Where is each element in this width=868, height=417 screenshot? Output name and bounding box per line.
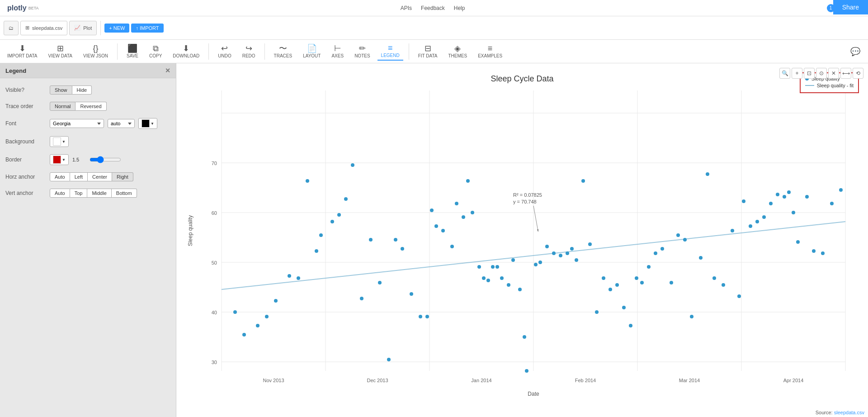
- svg-point-55: [455, 202, 458, 205]
- layout-label: LAYOUT: [303, 53, 321, 58]
- copy-icon: ⧉: [153, 44, 159, 52]
- nav-links: APIs Feedback Help: [401, 5, 465, 11]
- lasso-select-button[interactable]: ⊙: [816, 68, 827, 79]
- reset-button[interactable]: ⟲: [853, 68, 863, 79]
- copy-btn[interactable]: ⧉ COPY: [146, 43, 165, 60]
- font-size-select[interactable]: auto 10 12 14: [108, 119, 135, 128]
- reversed-button[interactable]: Reversed: [75, 102, 106, 111]
- chart-icon: 📈: [74, 25, 80, 31]
- share-button[interactable]: Share: [833, 0, 868, 14]
- svg-point-96: [706, 172, 709, 176]
- toolbar-separator: [100, 21, 101, 35]
- svg-point-43: [369, 238, 373, 242]
- import-data-btn[interactable]: ⬇ IMPORT DATA: [4, 43, 41, 60]
- source-link-anchor[interactable]: sleepdata.csv: [834, 410, 864, 415]
- trace-order-btn-group: Normal Reversed: [50, 102, 107, 111]
- horz-auto-button[interactable]: Auto: [50, 172, 70, 181]
- panel-title: Legend: [5, 67, 26, 74]
- legend-item-fit: Sleep quality - fit: [805, 83, 854, 88]
- background-color-btn[interactable]: ▼: [50, 136, 69, 147]
- view-data-btn[interactable]: ⊞ VIEW DATA: [45, 43, 76, 60]
- horz-right-button[interactable]: Right: [112, 172, 133, 181]
- vert-bottom-button[interactable]: Bottom: [112, 189, 137, 198]
- svg-point-40: [344, 197, 348, 201]
- axes-btn[interactable]: ⊢ AXES: [328, 43, 347, 60]
- vert-top-button[interactable]: Top: [70, 189, 88, 198]
- themes-icon: ◈: [454, 44, 461, 52]
- redo-btn[interactable]: ↪ REDO: [239, 43, 259, 60]
- svg-point-84: [622, 306, 626, 309]
- svg-point-110: [796, 240, 800, 244]
- svg-point-90: [660, 247, 664, 251]
- font-family-select[interactable]: Georgia Arial Times New Roman: [50, 119, 104, 128]
- vert-middle-button[interactable]: Middle: [87, 189, 111, 198]
- hide-button[interactable]: Hide: [72, 85, 92, 95]
- svg-point-46: [394, 238, 397, 242]
- legend-btn[interactable]: ≡ LEGEND: [377, 42, 403, 61]
- svg-point-59: [477, 265, 481, 269]
- nav-feedback[interactable]: Feedback: [421, 5, 445, 11]
- source-text: Source:: [816, 410, 834, 415]
- download-btn[interactable]: ⬇ DOWNLOAD: [169, 43, 203, 60]
- undo-btn[interactable]: ↩ UNDO: [214, 43, 235, 60]
- chat-icon: 💬: [850, 47, 860, 56]
- file-tab[interactable]: ⊞ sleepdata.csv: [20, 21, 67, 35]
- svg-point-85: [629, 324, 632, 327]
- new-button[interactable]: + NEW: [104, 24, 129, 33]
- svg-point-67: [518, 288, 522, 291]
- svg-point-75: [566, 251, 569, 255]
- svg-point-113: [821, 251, 825, 255]
- legend-label-fit: Sleep quality - fit: [817, 83, 854, 88]
- view-json-btn[interactable]: {} VIEW JSON: [80, 43, 112, 60]
- nav-help[interactable]: Help: [454, 5, 465, 11]
- plot-tab[interactable]: 📈 Plot: [69, 21, 97, 35]
- panel-close-button[interactable]: ✕: [165, 67, 170, 74]
- nav-apis[interactable]: APIs: [401, 5, 412, 11]
- show-button[interactable]: Show: [50, 85, 72, 95]
- svg-point-65: [507, 283, 510, 287]
- svg-point-87: [640, 281, 644, 284]
- fit-data-btn[interactable]: ⊟ FIT DATA: [415, 43, 441, 60]
- horz-center-button[interactable]: Center: [88, 172, 112, 181]
- notes-label: NOTES: [354, 53, 370, 58]
- font-color-btn[interactable]: ▼: [138, 118, 157, 129]
- svg-point-97: [712, 276, 716, 280]
- save-btn[interactable]: ⬛ SAVE: [123, 43, 142, 60]
- file-manager-tab[interactable]: 🗂: [4, 21, 19, 35]
- svg-point-115: [839, 188, 843, 192]
- import-button[interactable]: ↑ IMPORT: [131, 24, 163, 33]
- chat-btn[interactable]: 💬: [846, 46, 864, 57]
- vert-auto-button[interactable]: Auto: [50, 189, 70, 198]
- svg-point-74: [559, 254, 562, 257]
- svg-point-109: [792, 211, 795, 214]
- themes-btn[interactable]: ◈ THEMES: [444, 43, 471, 60]
- undo-icon: ↩: [221, 44, 228, 52]
- traces-btn[interactable]: 〜 TRACES: [270, 43, 296, 60]
- examples-btn[interactable]: ≡ EXAMPLES: [474, 43, 506, 60]
- horz-left-button[interactable]: Left: [70, 172, 88, 181]
- svg-point-81: [602, 276, 605, 280]
- plotly-wordmark: plotly: [7, 4, 27, 12]
- normal-button[interactable]: Normal: [50, 102, 75, 111]
- box-select-button[interactable]: ⊡: [804, 68, 815, 79]
- border-width-slider[interactable]: [90, 156, 121, 163]
- zoom-in-button[interactable]: 🔍: [779, 68, 790, 79]
- svg-point-77: [575, 258, 578, 262]
- beta-label: BETA: [28, 6, 39, 10]
- svg-point-53: [441, 229, 445, 232]
- svg-point-98: [722, 283, 725, 287]
- background-row: Background ▼: [5, 136, 170, 147]
- svg-point-36: [315, 249, 318, 253]
- notes-btn[interactable]: ✏ NOTES: [351, 43, 373, 60]
- add-point-button[interactable]: +: [792, 68, 802, 79]
- view-data-icon: ⊞: [57, 44, 64, 52]
- svg-point-56: [462, 215, 465, 219]
- layout-btn[interactable]: 📄 LAYOUT: [299, 43, 324, 60]
- zoom-out-button[interactable]: ✕: [828, 68, 839, 79]
- svg-point-112: [812, 249, 816, 253]
- svg-point-103: [755, 220, 759, 223]
- fit-data-icon: ⊟: [425, 44, 431, 52]
- svg-text:50: 50: [212, 260, 217, 265]
- border-color-btn[interactable]: ▼: [50, 154, 69, 165]
- pan-button[interactable]: ⟷: [840, 68, 851, 79]
